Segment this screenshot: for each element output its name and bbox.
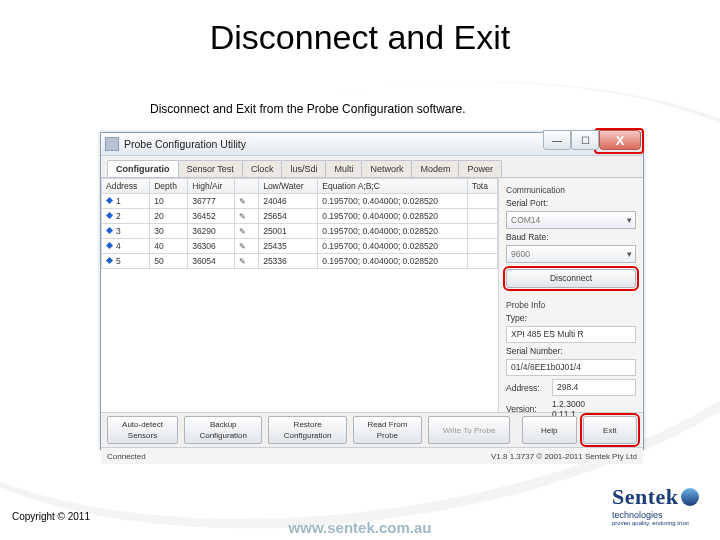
app-window: Probe Configuration Utility — ☐ X Config… xyxy=(100,132,644,450)
column-header: Depth xyxy=(150,179,188,194)
table-cell: 25336 xyxy=(259,254,318,269)
serial-port-label: Serial Port: xyxy=(506,198,636,208)
table-cell: 40 xyxy=(150,239,188,254)
serial-value: 01/4/6EE1b0J01/4 xyxy=(506,359,636,376)
table-row[interactable]: 33036290250010.195700; 0.404000; 0.02852… xyxy=(102,224,498,239)
side-panel: Communication Serial Port: COM14 Baud Ra… xyxy=(499,178,643,412)
table-cell: 25001 xyxy=(259,224,318,239)
table-cell xyxy=(235,254,259,269)
table-cell: 3 xyxy=(102,224,150,239)
address-label: Address: xyxy=(506,383,548,393)
close-button[interactable]: X xyxy=(599,130,641,150)
address-value: 298.4 xyxy=(552,379,636,396)
window-title: Probe Configuration Utility xyxy=(124,138,246,150)
version-value-1: 1.2.3000 xyxy=(552,399,636,409)
table-cell xyxy=(467,239,497,254)
type-label: Type: xyxy=(506,313,636,323)
table-cell: 0.195700; 0.404000; 0.028520 xyxy=(318,254,468,269)
table-cell: 36777 xyxy=(188,194,235,209)
logo-tag: proven quality, enduring trust xyxy=(612,520,702,526)
row-icon xyxy=(106,212,113,219)
logo-tech: technologies xyxy=(612,510,702,520)
table-cell: 0.195700; 0.404000; 0.028520 xyxy=(318,209,468,224)
tab-strip: ConfiguratioSensor TestClocklus/SdiMulti… xyxy=(101,156,643,178)
table-cell: 36452 xyxy=(188,209,235,224)
comm-header: Communication xyxy=(506,185,636,195)
table-cell: 25654 xyxy=(259,209,318,224)
table-cell xyxy=(467,194,497,209)
version-label: Version: xyxy=(506,404,548,414)
tab-lus-sdi[interactable]: lus/Sdi xyxy=(281,160,326,177)
probe-info-header: Probe Info xyxy=(506,300,636,310)
tab-modem[interactable]: Modem xyxy=(411,160,459,177)
pencil-icon xyxy=(239,241,247,249)
table-row[interactable]: 22036452256540.195700; 0.404000; 0.02852… xyxy=(102,209,498,224)
pencil-icon xyxy=(239,256,247,264)
tab-sensor-test[interactable]: Sensor Test xyxy=(178,160,243,177)
maximize-button[interactable]: ☐ xyxy=(571,130,599,150)
pencil-icon xyxy=(239,226,247,234)
app-icon xyxy=(105,137,119,151)
column-header: Tota xyxy=(467,179,497,194)
table-cell: 4 xyxy=(102,239,150,254)
table-cell: 2 xyxy=(102,209,150,224)
table-cell: 0.195700; 0.404000; 0.028520 xyxy=(318,194,468,209)
exit-button[interactable]: Exit xyxy=(583,416,637,444)
read-from-probe-button[interactable]: Read From Probe xyxy=(353,416,422,444)
restore-button[interactable]: Restore Configuration xyxy=(268,416,346,444)
tab-power[interactable]: Power xyxy=(458,160,502,177)
tab-multi[interactable]: Multi xyxy=(325,160,362,177)
table-cell xyxy=(467,254,497,269)
pencil-icon xyxy=(239,211,247,219)
backup-button[interactable]: Backup Configuration xyxy=(184,416,262,444)
auto-detect-button[interactable]: Auto-detect Sensors xyxy=(107,416,178,444)
table-cell: 0.195700; 0.404000; 0.028520 xyxy=(318,224,468,239)
disconnect-button[interactable]: Disconnect xyxy=(506,269,636,288)
type-value: XPI 485 ES Multi R xyxy=(506,326,636,343)
column-header: Address xyxy=(102,179,150,194)
row-icon xyxy=(106,257,113,264)
titlebar: Probe Configuration Utility — ☐ X xyxy=(101,133,643,156)
table-cell xyxy=(235,209,259,224)
row-icon xyxy=(106,242,113,249)
sentek-logo: Sentek technologies proven quality, endu… xyxy=(612,484,702,526)
minimize-button[interactable]: — xyxy=(543,130,571,150)
table-cell xyxy=(235,224,259,239)
baud-combo[interactable]: 9600 xyxy=(506,245,636,263)
tab-network[interactable]: Network xyxy=(361,160,412,177)
row-icon xyxy=(106,227,113,234)
table-cell xyxy=(467,224,497,239)
table-cell: 10 xyxy=(150,194,188,209)
table-cell: 36306 xyxy=(188,239,235,254)
column-header: Low/Water xyxy=(259,179,318,194)
table-cell: 50 xyxy=(150,254,188,269)
table-cell: 25435 xyxy=(259,239,318,254)
logo-word: Sentek xyxy=(612,484,679,509)
table-cell: 30 xyxy=(150,224,188,239)
logo-ball-icon xyxy=(681,488,699,506)
bottom-toolbar: Auto-detect Sensors Backup Configuration… xyxy=(101,412,643,447)
table-cell xyxy=(235,239,259,254)
write-to-probe-button[interactable]: Write To Probe xyxy=(428,416,510,444)
table-cell xyxy=(235,194,259,209)
row-icon xyxy=(106,197,113,204)
table-row[interactable]: 55036054253360.195700; 0.404000; 0.02852… xyxy=(102,254,498,269)
table-cell: 1 xyxy=(102,194,150,209)
column-header: High/Air xyxy=(188,179,235,194)
tab-clock[interactable]: Clock xyxy=(242,160,283,177)
slide-caption: Disconnect and Exit from the Probe Confi… xyxy=(150,102,466,116)
slide-title: Disconnect and Exit xyxy=(0,18,720,57)
table-row[interactable]: 44036306254350.195700; 0.404000; 0.02852… xyxy=(102,239,498,254)
serial-label: Serial Number: xyxy=(506,346,636,356)
tab-configuratio[interactable]: Configuratio xyxy=(107,160,179,177)
table-row[interactable]: 11036777240460.195700; 0.404000; 0.02852… xyxy=(102,194,498,209)
table-cell: 20 xyxy=(150,209,188,224)
column-header: Equation A;B;C xyxy=(318,179,468,194)
help-button[interactable]: Help xyxy=(522,416,576,444)
main-panel: AddressDepthHigh/AirLow/WaterEquation A;… xyxy=(101,178,499,412)
sensor-table: AddressDepthHigh/AirLow/WaterEquation A;… xyxy=(101,178,498,269)
status-right: V1.8 1.3737 © 2001-2011 Sentek Pty Ltd xyxy=(491,452,637,461)
serial-port-combo[interactable]: COM14 xyxy=(506,211,636,229)
baud-label: Baud Rate: xyxy=(506,232,636,242)
pencil-icon xyxy=(239,196,247,204)
